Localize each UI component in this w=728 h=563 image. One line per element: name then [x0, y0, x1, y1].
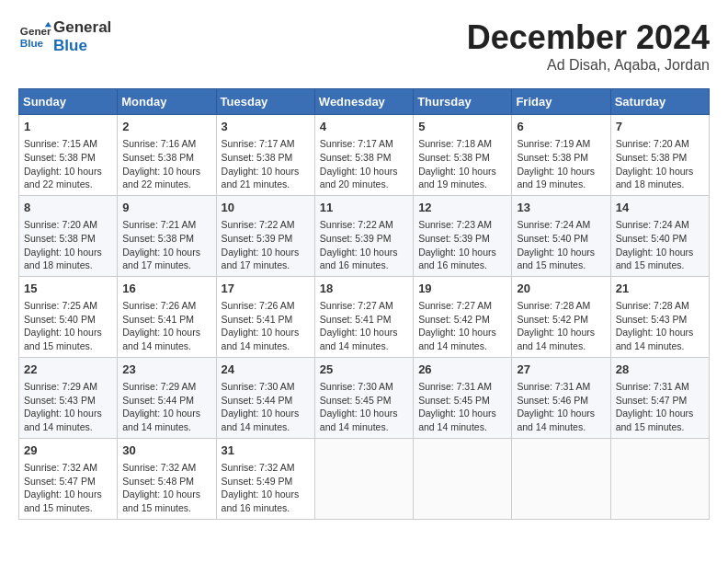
weekday-header-monday: Monday [118, 89, 216, 115]
calendar-day-cell: 28Sunrise: 7:31 AMSunset: 5:47 PMDayligh… [610, 357, 709, 438]
day-info-text: Sunrise: 7:15 AM [24, 137, 112, 151]
logo-general: General [53, 18, 111, 37]
day-info-text: and 19 minutes. [517, 178, 605, 191]
day-info-text: Daylight: 10 hours [122, 165, 210, 178]
calendar-day-cell: 11Sunrise: 7:22 AMSunset: 5:39 PMDayligh… [314, 195, 413, 276]
day-info-text: Sunset: 5:45 PM [418, 394, 506, 408]
day-info-text: Sunrise: 7:31 AM [517, 380, 605, 394]
day-info-text: Daylight: 10 hours [24, 407, 112, 420]
calendar-day-cell: 4Sunrise: 7:17 AMSunset: 5:38 PMDaylight… [314, 115, 413, 196]
day-info-text: and 22 minutes. [24, 178, 112, 191]
calendar-table: SundayMondayTuesdayWednesdayThursdayFrid… [18, 88, 710, 520]
day-info-text: Sunrise: 7:32 AM [24, 461, 112, 475]
day-info-text: and 14 minutes. [517, 339, 605, 353]
day-info-text: and 16 minutes. [418, 259, 506, 272]
day-info-text: and 16 minutes. [222, 501, 310, 515]
calendar-day-cell: 10Sunrise: 7:22 AMSunset: 5:39 PMDayligh… [216, 195, 314, 276]
day-info-text: Daylight: 10 hours [222, 165, 310, 178]
day-info-text: Sunset: 5:39 PM [222, 232, 310, 246]
day-info-text: Sunset: 5:40 PM [517, 232, 605, 246]
day-info-text: Sunrise: 7:16 AM [122, 137, 210, 151]
day-info-text: Daylight: 10 hours [24, 488, 112, 501]
day-info-text: Daylight: 10 hours [122, 326, 210, 339]
day-info-text: Sunset: 5:41 PM [320, 313, 408, 327]
day-info-text: Sunrise: 7:31 AM [418, 380, 506, 394]
day-number: 10 [222, 200, 310, 216]
day-info-text: Sunrise: 7:28 AM [517, 299, 605, 313]
day-number: 27 [517, 362, 605, 378]
day-number: 24 [222, 362, 310, 378]
weekday-header-sunday: Sunday [19, 89, 118, 115]
day-info-text: Sunrise: 7:23 AM [418, 218, 506, 232]
day-number: 11 [320, 200, 408, 216]
day-info-text: and 18 minutes. [616, 178, 704, 191]
day-info-text: Sunrise: 7:21 AM [122, 218, 210, 232]
day-info-text: Sunset: 5:39 PM [418, 232, 506, 246]
day-info-text: Daylight: 10 hours [616, 246, 704, 259]
day-info-text: Sunset: 5:48 PM [122, 475, 210, 488]
calendar-day-cell: 21Sunrise: 7:28 AMSunset: 5:43 PMDayligh… [610, 276, 709, 357]
day-info-text: and 15 minutes. [24, 339, 112, 353]
logo-icon: General Blue [18, 20, 51, 53]
day-number: 8 [24, 200, 112, 216]
day-info-text: Daylight: 10 hours [24, 246, 112, 259]
day-info-text: Sunset: 5:41 PM [222, 313, 310, 327]
day-info-text: Sunset: 5:49 PM [222, 475, 310, 488]
day-number: 12 [418, 200, 506, 216]
calendar-day-cell: 24Sunrise: 7:30 AMSunset: 5:44 PMDayligh… [216, 357, 314, 438]
day-number: 13 [517, 200, 605, 216]
day-number: 18 [320, 281, 408, 297]
day-info-text: Sunset: 5:46 PM [517, 394, 605, 408]
day-info-text: Sunrise: 7:27 AM [418, 299, 506, 313]
day-number: 2 [122, 119, 210, 135]
day-info-text: Sunset: 5:38 PM [24, 232, 112, 246]
day-info-text: Sunrise: 7:32 AM [122, 461, 210, 475]
day-info-text: Sunset: 5:47 PM [24, 475, 112, 488]
day-number: 31 [222, 442, 310, 459]
day-info-text: Sunset: 5:38 PM [517, 151, 605, 165]
day-info-text: Daylight: 10 hours [418, 407, 506, 420]
day-info-text: Sunset: 5:44 PM [122, 394, 210, 408]
day-info-text: and 14 minutes. [418, 339, 506, 353]
calendar-day-cell: 5Sunrise: 7:18 AMSunset: 5:38 PMDaylight… [414, 115, 512, 196]
day-number: 17 [222, 281, 310, 297]
day-number: 3 [222, 119, 310, 135]
calendar-day-cell: 16Sunrise: 7:26 AMSunset: 5:41 PMDayligh… [118, 276, 216, 357]
day-info-text: and 18 minutes. [24, 259, 112, 272]
calendar-week-row: 8Sunrise: 7:20 AMSunset: 5:38 PMDaylight… [19, 195, 710, 276]
calendar-day-cell: 3Sunrise: 7:17 AMSunset: 5:38 PMDaylight… [216, 115, 314, 196]
calendar-day-cell: 27Sunrise: 7:31 AMSunset: 5:46 PMDayligh… [512, 357, 610, 438]
day-number: 28 [616, 362, 704, 378]
calendar-day-cell: 29Sunrise: 7:32 AMSunset: 5:47 PMDayligh… [19, 438, 118, 519]
day-number: 16 [122, 281, 210, 297]
calendar-day-cell: 18Sunrise: 7:27 AMSunset: 5:41 PMDayligh… [314, 276, 413, 357]
day-info-text: Sunrise: 7:25 AM [24, 299, 112, 313]
day-number: 19 [418, 281, 506, 297]
calendar-empty-cell [314, 438, 413, 519]
day-info-text: Sunrise: 7:20 AM [24, 218, 112, 232]
calendar-day-cell: 7Sunrise: 7:20 AMSunset: 5:38 PMDaylight… [610, 115, 709, 196]
day-info-text: and 14 minutes. [24, 420, 112, 434]
day-info-text: Sunset: 5:38 PM [320, 151, 408, 165]
day-info-text: Daylight: 10 hours [222, 326, 310, 339]
calendar-day-cell: 14Sunrise: 7:24 AMSunset: 5:40 PMDayligh… [610, 195, 709, 276]
day-info-text: Sunset: 5:45 PM [320, 394, 408, 408]
day-info-text: Sunset: 5:38 PM [222, 151, 310, 165]
day-info-text: Sunrise: 7:17 AM [320, 137, 408, 151]
day-info-text: and 20 minutes. [320, 178, 408, 191]
day-info-text: Sunset: 5:42 PM [418, 313, 506, 327]
calendar-day-cell: 20Sunrise: 7:28 AMSunset: 5:42 PMDayligh… [512, 276, 610, 357]
day-info-text: Sunset: 5:43 PM [24, 394, 112, 408]
day-info-text: and 15 minutes. [517, 259, 605, 272]
day-info-text: Daylight: 10 hours [122, 407, 210, 420]
weekday-header-tuesday: Tuesday [216, 89, 314, 115]
weekday-header-thursday: Thursday [414, 89, 512, 115]
calendar-week-row: 22Sunrise: 7:29 AMSunset: 5:43 PMDayligh… [19, 357, 710, 438]
day-info-text: Sunrise: 7:24 AM [517, 218, 605, 232]
day-info-text: Sunrise: 7:22 AM [222, 218, 310, 232]
calendar-day-cell: 9Sunrise: 7:21 AMSunset: 5:38 PMDaylight… [118, 195, 216, 276]
calendar-empty-cell [512, 438, 610, 519]
day-info-text: and 14 minutes. [517, 420, 605, 434]
day-number: 30 [122, 442, 210, 459]
day-info-text: Daylight: 10 hours [320, 165, 408, 178]
